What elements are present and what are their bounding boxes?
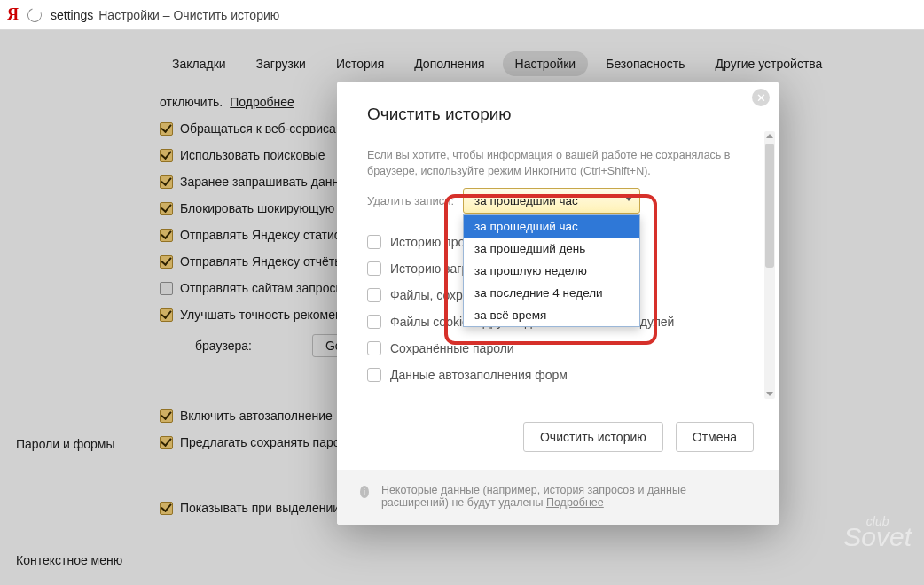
address-title: Настройки – Очистить историю — [98, 8, 279, 22]
modal-body: Если вы хотите, чтобы информация о вашей… — [337, 128, 779, 402]
modal-title: Очистить историю — [337, 82, 779, 128]
chevron-down-icon — [625, 197, 632, 201]
modal-description: Если вы хотите, чтобы информация о вашей… — [367, 147, 756, 179]
address-keyword: settings — [51, 8, 93, 22]
time-range-value: за прошедший час — [474, 194, 578, 207]
cancel-button[interactable]: Отмена — [676, 422, 754, 452]
time-range-select-wrap: за прошедший час за прошедший часза прош… — [463, 188, 640, 214]
time-range-option[interactable]: за последние 4 недели — [464, 282, 639, 304]
time-range-dropdown: за прошедший часза прошедший деньза прош… — [463, 214, 640, 327]
clear-item-checkbox[interactable] — [367, 315, 381, 329]
clear-item-row: Данные автозаполнения форм — [367, 368, 756, 382]
time-range-option[interactable]: за прошедший день — [464, 238, 639, 260]
address-text[interactable]: settings Настройки – Очистить историю — [51, 8, 279, 22]
scroll-down-icon[interactable] — [766, 392, 773, 396]
footer-text-wrap: Некоторые данные (например, история запр… — [381, 484, 756, 509]
info-icon: i — [360, 486, 369, 498]
delete-range-label: Удалить записи: — [367, 194, 454, 207]
time-range-select[interactable]: за прошедший час — [463, 188, 640, 214]
clear-history-button[interactable]: Очистить историю — [523, 422, 663, 452]
modal-actions: Очистить историю Отмена — [337, 402, 779, 470]
clear-item-checkbox[interactable] — [367, 368, 381, 382]
scroll-thumb[interactable] — [765, 144, 774, 268]
yandex-logo-icon: Я — [7, 5, 19, 24]
address-bar: Я settings Настройки – Очистить историю — [0, 0, 924, 30]
time-range-option[interactable]: за всё время — [464, 304, 639, 326]
reload-icon[interactable] — [25, 5, 43, 24]
modal-scrollbar[interactable] — [764, 131, 775, 399]
modal-footer: i Некоторые данные (например, история за… — [337, 470, 779, 525]
scroll-up-icon[interactable] — [766, 134, 773, 138]
delete-range-row: Удалить записи: за прошедший час за прош… — [367, 188, 756, 214]
clear-item-row: Сохранённые пароли — [367, 341, 756, 355]
clear-item-checkbox[interactable] — [367, 261, 381, 276]
clear-item-label: Данные автозаполнения форм — [390, 368, 568, 382]
clear-item-checkbox[interactable] — [367, 288, 381, 302]
footer-more-link[interactable]: Подробнее — [546, 496, 604, 509]
time-range-option[interactable]: за прошлую неделю — [464, 260, 639, 282]
clear-history-modal: ✕ Очистить историю Если вы хотите, чтобы… — [337, 82, 779, 525]
close-icon[interactable]: ✕ — [752, 89, 770, 106]
footer-text: Некоторые данные (например, история запр… — [381, 484, 686, 509]
clear-item-checkbox[interactable] — [367, 235, 381, 249]
clear-item-label: Сохранённые пароли — [390, 341, 514, 355]
clear-item-checkbox[interactable] — [367, 341, 381, 355]
time-range-option[interactable]: за прошедший час — [464, 215, 639, 238]
